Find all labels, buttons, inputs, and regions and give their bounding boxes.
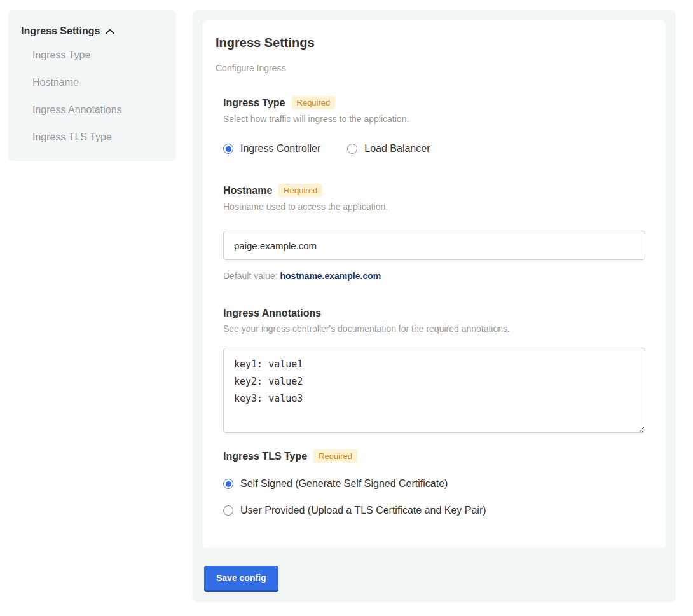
hostname-default-line: Default value: hostname.example.com <box>223 271 653 281</box>
ingress-type-radio-group: Ingress Controller Load Balancer <box>223 143 653 154</box>
radio-option-load-balancer[interactable]: Load Balancer <box>347 143 430 154</box>
radio-option-self-signed[interactable]: Self Signed (Generate Self Signed Certif… <box>223 478 653 489</box>
tls-type-label: Ingress TLS Type <box>223 451 307 462</box>
hostname-default-value: hostname.example.com <box>280 271 381 281</box>
hostname-label: Hostname <box>223 185 272 196</box>
sidebar-items: Ingress Type Hostname Ingress Annotation… <box>21 50 163 143</box>
required-badge: Required <box>292 96 336 109</box>
chevron-up-icon <box>106 29 114 34</box>
hostname-input[interactable] <box>223 231 645 260</box>
radio-option-ingress-controller[interactable]: Ingress Controller <box>223 143 320 154</box>
radio-self-signed-label: Self Signed (Generate Self Signed Certif… <box>240 478 448 489</box>
hostname-help: Hostname used to access the application. <box>223 202 653 212</box>
annotations-help: See your ingress controller's documentat… <box>223 324 653 334</box>
config-nav-sidebar: Ingress Settings Ingress Type Hostname I… <box>8 10 176 161</box>
section-ingress-tls-type: Ingress TLS Type Required Self Signed (G… <box>223 449 653 516</box>
section-ingress-annotations: Ingress Annotations See your ingress con… <box>223 308 653 433</box>
radio-user-provided-label: User Provided (Upload a TLS Certificate … <box>240 505 486 516</box>
radio-load-balancer-label: Load Balancer <box>364 143 430 154</box>
radio-load-balancer-icon[interactable] <box>347 144 357 154</box>
card-title: Ingress Settings <box>216 36 653 50</box>
config-page: { "colors": { "accent_blue": "#326de6", … <box>0 0 693 616</box>
sidebar-item-hostname[interactable]: Hostname <box>32 77 163 88</box>
config-card: Ingress Settings Configure Ingress Ingre… <box>203 20 666 548</box>
radio-ingress-controller-label: Ingress Controller <box>240 143 320 154</box>
radio-ingress-controller-icon[interactable] <box>223 144 233 154</box>
config-area: Ingress Settings Configure Ingress Ingre… <box>193 10 676 602</box>
tls-radio-group: Self Signed (Generate Self Signed Certif… <box>223 478 653 516</box>
radio-self-signed-icon[interactable] <box>223 479 233 489</box>
hostname-default-label: Default value: <box>223 271 278 281</box>
sidebar-group-header[interactable]: Ingress Settings <box>21 25 163 37</box>
radio-option-user-provided[interactable]: User Provided (Upload a TLS Certificate … <box>223 505 653 516</box>
section-hostname: Hostname Required Hostname used to acces… <box>223 184 653 281</box>
save-config-button[interactable]: Save config <box>204 566 278 590</box>
required-badge: Required <box>278 184 322 197</box>
ingress-type-label: Ingress Type <box>223 97 285 109</box>
sidebar-item-ingress-annotations[interactable]: Ingress Annotations <box>32 104 163 116</box>
ingress-type-help: Select how traffic will ingress to the a… <box>223 114 653 124</box>
annotations-textarea[interactable]: key1: value1 key2: value2 key3: value3 <box>223 348 645 433</box>
annotations-label: Ingress Annotations <box>223 308 321 319</box>
card-subtitle: Configure Ingress <box>216 63 653 73</box>
sidebar-item-ingress-tls-type[interactable]: Ingress TLS Type <box>32 132 163 143</box>
required-badge: Required <box>313 449 357 463</box>
radio-user-provided-icon[interactable] <box>223 505 233 516</box>
sidebar-group-title: Ingress Settings <box>21 25 100 37</box>
sidebar-item-ingress-type[interactable]: Ingress Type <box>32 50 163 61</box>
section-ingress-type: Ingress Type Required Select how traffic… <box>223 96 653 154</box>
